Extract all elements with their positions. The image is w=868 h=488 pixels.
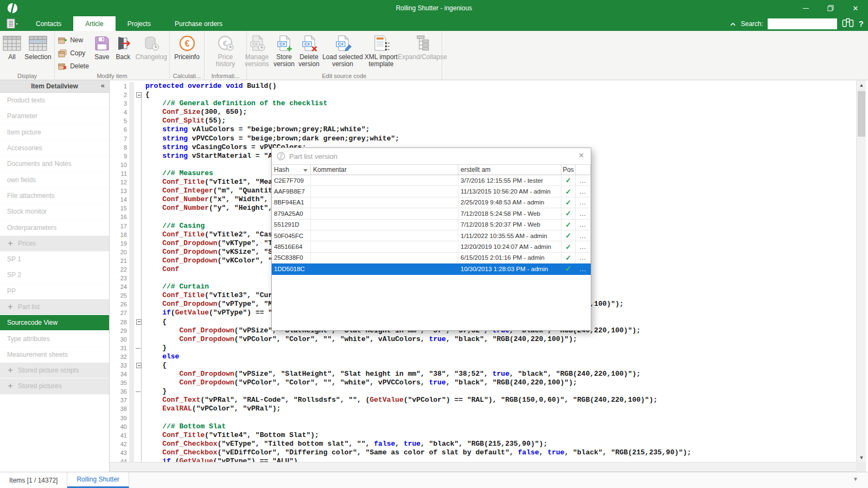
dialog-close-icon[interactable]: ✕: [578, 151, 584, 159]
tab-article[interactable]: Article: [73, 16, 115, 31]
sidebar-item-own-fields[interactable]: own fields: [0, 172, 109, 188]
column-header-hash[interactable]: Hash: [272, 165, 311, 175]
delete-version-button[interactable]: C# Delete version: [297, 32, 322, 68]
group-caption-edit-source-code: Edit source code: [247, 73, 442, 79]
column-header-kommentar[interactable]: Kommentar: [311, 165, 458, 175]
horizontal-scrollbar[interactable]: [110, 462, 856, 472]
vertical-scroll-thumb[interactable]: [858, 91, 865, 137]
version-row[interactable]: AAF9B8E711/13/2015 10:56:20 AM - admin✓.…: [272, 186, 591, 197]
application-menu-button[interactable]: [4, 17, 21, 30]
sidebar-item-pp[interactable]: PP: [0, 284, 109, 299]
minimize-button[interactable]: [793, 0, 818, 16]
euro-coin-icon: €: [178, 33, 196, 54]
version-row[interactable]: 1DD5018C10/30/2013 1:28:03 PM - admin✓..…: [272, 264, 591, 274]
help-icon[interactable]: ?: [859, 19, 864, 28]
table-selection-icon: [29, 33, 47, 54]
version-row[interactable]: 48516E6412/20/2019 10:24:07 AM - admin✓.…: [272, 241, 591, 252]
xml-import-template-button[interactable]: XML import template: [364, 32, 399, 68]
sidebar-item-orderparameters[interactable]: Orderparameters: [0, 220, 109, 235]
app-logo-icon: [7, 2, 18, 14]
sidebar-item-type-attributes[interactable]: Type attributes: [0, 331, 109, 346]
sidebar-item-sp-2[interactable]: SP 2: [0, 267, 109, 283]
version-row[interactable]: C2E7F7093/7/2016 12:15:55 PM - tester✓..…: [272, 175, 591, 186]
tab-contacts[interactable]: Contacts: [24, 16, 73, 31]
sidebar-item-sourcecode-view[interactable]: Sourcecode View: [0, 315, 109, 331]
version-row[interactable]: 25C838F06/15/2015 2:01:16 PM - admin✓...: [272, 253, 591, 264]
row-more-button[interactable]: ...: [576, 175, 591, 186]
row-more-button[interactable]: ...: [576, 186, 591, 197]
sidebar-item-file-attachments[interactable]: File attachments: [0, 188, 109, 204]
column-header-more: [576, 165, 591, 175]
pos-check-icon: ✓: [561, 241, 576, 252]
column-header-pos[interactable]: Pos: [561, 165, 576, 175]
row-more-button[interactable]: ...: [576, 208, 591, 219]
sidebar-item-product-texts[interactable]: Product texts: [0, 93, 109, 108]
version-row[interactable]: 879A25A07/12/2018 5:24:58 PM - Web✓...: [272, 208, 591, 219]
fold-collapse-icon[interactable]: [136, 363, 142, 368]
scroll-up-icon[interactable]: ▲: [857, 80, 866, 89]
sidebar-item-item-picture[interactable]: Item picture: [0, 125, 109, 140]
code-line: 44 if (GetValue("vPType") == "ALU"): [110, 457, 856, 462]
version-hash: 8BF94EA1: [272, 197, 311, 208]
save-button[interactable]: Save: [92, 32, 112, 61]
collapse-ribbon-icon[interactable]: [730, 19, 736, 29]
sidebar-item-stored-pictures[interactable]: +Stored pictures: [0, 378, 109, 394]
footer-tab-list-icon[interactable]: ▼: [853, 476, 858, 482]
fold-end-marker: [136, 348, 141, 349]
code-line: 4 Conf_Size(300, 650);: [110, 108, 856, 117]
svg-text:C#: C#: [337, 42, 343, 47]
xml-template-icon: [373, 33, 390, 54]
hash-filter-icon[interactable]: [303, 169, 308, 172]
dialog-titlebar[interactable]: Part list version ✕: [272, 148, 591, 164]
changelog-button[interactable]: Changelog: [134, 32, 169, 61]
row-more-button[interactable]: ...: [576, 230, 591, 241]
new-button[interactable]: New: [55, 34, 92, 47]
version-row[interactable]: 50F045FC1/11/2022 10:35:55 AM - admin✓..…: [272, 230, 591, 241]
row-more-button[interactable]: ...: [576, 241, 591, 252]
sidebar-item-measurement-sheets[interactable]: Measurement sheets: [0, 347, 109, 363]
version-row[interactable]: 551291D7/12/2018 5:20:37 PM - Web✓...: [272, 220, 591, 230]
priceinfo-button[interactable]: € Priceinfo: [171, 32, 203, 61]
sidebar-item-prices[interactable]: +Prices: [0, 236, 109, 252]
store-version-button[interactable]: C# Store version: [272, 32, 297, 68]
code-line: 30 Conf_Dropdown("vPColor", "Color", "",…: [110, 335, 856, 344]
expand-collapse-button[interactable]: Expand/Collapse: [399, 32, 446, 61]
row-more-button[interactable]: ...: [576, 197, 591, 208]
tab-projects[interactable]: Projects: [116, 16, 163, 31]
sidebar-item-sp-1[interactable]: SP 1: [0, 252, 109, 267]
fold-collapse-icon[interactable]: [136, 92, 142, 98]
sidebar-item-stored-picture-scripts[interactable]: +Stored picture scripts: [0, 363, 109, 378]
code-line: 3 //# General definition of the checklis…: [110, 99, 856, 108]
row-more-button[interactable]: ...: [576, 253, 591, 264]
footer-tab-items-1-14372[interactable]: Items [1 / 14372]: [0, 472, 67, 488]
sidebar-item-parameter[interactable]: Parameter: [0, 108, 109, 124]
sidebar-collapse-icon[interactable]: «: [101, 81, 105, 89]
footer-tab-rolling-shutter[interactable]: Rolling Shutter: [67, 472, 129, 488]
scroll-down-icon[interactable]: ▼: [857, 453, 866, 462]
sidebar-item-documents-and-notes[interactable]: Documents and Notes: [0, 156, 109, 172]
delete-button[interactable]: Delete: [55, 60, 92, 73]
restore-button[interactable]: [818, 0, 843, 16]
tab-purchase-orders[interactable]: Purchase orders: [163, 16, 234, 31]
back-button[interactable]: Back: [112, 32, 134, 61]
copy-button[interactable]: Copy: [55, 47, 92, 60]
manage-versions-button[interactable]: C# Manage versions: [242, 32, 272, 68]
sidebar-item-stock-monitor[interactable]: Stock monitor: [0, 204, 109, 220]
close-button[interactable]: ✕: [843, 0, 868, 16]
sidebar-item-part-list[interactable]: +Part list: [0, 299, 109, 315]
search-input[interactable]: [768, 18, 837, 29]
load-selected-version-button[interactable]: C# Load selected version: [322, 32, 364, 68]
column-header-erstellt-am[interactable]: erstellt am: [458, 165, 561, 175]
row-more-button[interactable]: ...: [576, 264, 591, 274]
price-history-button[interactable]: € Price history: [212, 32, 240, 68]
row-more-button[interactable]: ...: [576, 220, 591, 230]
binoculars-icon[interactable]: [841, 17, 854, 30]
version-comment: [311, 175, 458, 186]
all-button[interactable]: All: [1, 32, 23, 61]
vertical-scrollbar[interactable]: ▲ ▼: [856, 80, 866, 462]
version-created: 12/20/2019 10:24:07 AM - admin: [458, 241, 561, 252]
version-row[interactable]: 8BF94EA12/25/2019 9:48:53 AM - admin✓...: [272, 197, 591, 208]
fold-collapse-icon[interactable]: [136, 319, 142, 325]
selection-button[interactable]: Selection: [23, 32, 53, 61]
sidebar-item-accessories[interactable]: Accessories: [0, 140, 109, 156]
